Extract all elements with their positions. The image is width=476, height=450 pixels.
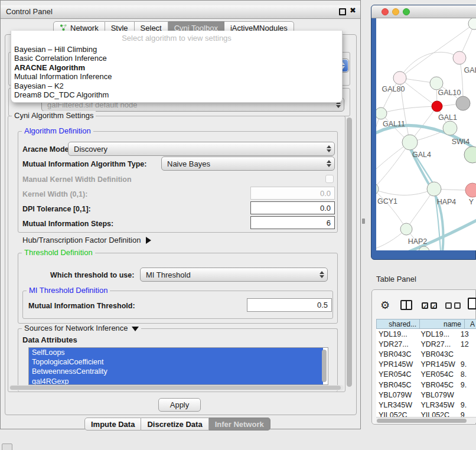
bottom-tab-impute-data[interactable]: Impute Data bbox=[84, 418, 141, 431]
unchecked-pair-icon[interactable] bbox=[445, 302, 461, 309]
algorithm-option[interactable]: Basic Correlation Inference bbox=[11, 54, 342, 63]
close-panel-icon[interactable]: ✖ bbox=[350, 6, 356, 15]
which-threshold-combo[interactable]: MI Threshold bbox=[140, 268, 328, 282]
network-node[interactable] bbox=[400, 223, 412, 235]
unchecked-box-icon bbox=[454, 302, 461, 309]
list-scrollbar-thumb[interactable] bbox=[322, 350, 327, 382]
table-cell: YDR27... bbox=[376, 340, 417, 348]
hub-definition-label: Hub/Transcription Factor Definition bbox=[22, 236, 141, 244]
table-row[interactable]: YIL052CYIL052C9 bbox=[376, 410, 476, 418]
popup-prompt: Select algorithm to view settings bbox=[11, 31, 342, 45]
float-panel-icon[interactable] bbox=[339, 8, 346, 15]
bottom-tab-discretize-data[interactable]: Discretize Data bbox=[141, 418, 208, 431]
network-node[interactable] bbox=[443, 121, 457, 135]
network-node[interactable] bbox=[453, 51, 466, 64]
algorithm-option[interactable]: Bayesian – Hill Climbing bbox=[11, 45, 342, 54]
screen: Control Panel ✖ NetworkStyleSelectCyni T… bbox=[0, 0, 476, 450]
network-edge bbox=[376, 142, 410, 189]
data-attribute-item[interactable]: BetweennessCentrality bbox=[29, 367, 323, 376]
network-node[interactable] bbox=[430, 77, 443, 90]
hub-definition-toggle[interactable]: Hub/Transcription Factor Definition bbox=[22, 236, 151, 245]
network-node[interactable] bbox=[468, 18, 476, 30]
network-node[interactable] bbox=[464, 146, 476, 163]
dpi-tolerance-field[interactable]: 0.0 bbox=[250, 201, 335, 214]
network-node[interactable] bbox=[465, 183, 476, 197]
data-attributes-list[interactable]: SelfLoopsTopologicalCoefficientBetweenne… bbox=[28, 347, 328, 385]
settings-vertical-scrollbar[interactable] bbox=[347, 118, 352, 387]
table-row[interactable]: YBR045CYBR045C9. bbox=[376, 380, 476, 390]
algorithm-option[interactable]: Mutual Information Inference bbox=[11, 72, 342, 81]
combo-arrows-icon[interactable] bbox=[317, 269, 327, 281]
table-cell: YBR043C bbox=[376, 350, 417, 358]
network-node-label: GAL10 bbox=[438, 89, 461, 97]
table-horizontal-scrollbar[interactable] bbox=[376, 417, 476, 423]
bottom-tab-infer-network[interactable]: Infer Network bbox=[209, 418, 270, 431]
table-header-cell[interactable]: A bbox=[465, 319, 476, 329]
aracne-mode-combo[interactable]: Discovery bbox=[68, 142, 335, 156]
minimize-window-icon[interactable] bbox=[392, 8, 399, 15]
arrow-down-icon[interactable] bbox=[132, 327, 139, 331]
table-row[interactable]: YER054CYER054C8. bbox=[376, 370, 476, 380]
manual-kernel-checkbox[interactable] bbox=[325, 175, 334, 183]
gear-icon[interactable]: ⚙ bbox=[380, 299, 390, 312]
network-canvas[interactable]: GALGAL80GAL10GAL1GAL11SWI4GAL4GCY1HAP4YH… bbox=[376, 18, 476, 250]
algorithm-option[interactable]: ARACNE Algorithm bbox=[11, 63, 342, 72]
data-attribute-item[interactable]: SelfLoops bbox=[29, 348, 323, 357]
mi-threshold-field[interactable]: 0.5 bbox=[247, 298, 332, 312]
mi-steps-field[interactable]: 6 bbox=[250, 216, 335, 229]
combo-arrows-icon[interactable] bbox=[324, 143, 334, 155]
network-node[interactable] bbox=[402, 135, 418, 150]
split-columns-icon[interactable] bbox=[400, 300, 412, 310]
collapsed-panel-icon[interactable] bbox=[2, 444, 12, 450]
kernel-width-field[interactable]: 0.0 bbox=[250, 187, 335, 200]
combo-arrows-icon[interactable] bbox=[324, 158, 334, 169]
network-node[interactable] bbox=[432, 101, 442, 112]
algorithm-option[interactable]: Bayesian – K2 bbox=[11, 81, 342, 90]
data-attributes-label: Data Attributes bbox=[22, 335, 77, 345]
data-attribute-item[interactable]: TopologicalCoefficient bbox=[29, 357, 323, 367]
table-row[interactable]: YLR345WYLR345W9. bbox=[376, 400, 476, 410]
splitter-handle[interactable] bbox=[362, 219, 365, 224]
network-node[interactable] bbox=[427, 182, 441, 196]
table-cell: YIL052C bbox=[417, 411, 459, 417]
zoom-window-icon[interactable] bbox=[403, 8, 410, 15]
table-cell: YPR145W bbox=[376, 360, 417, 369]
threshold-definition-title: Threshold Definition bbox=[22, 248, 95, 257]
table-cell: 12 bbox=[459, 340, 476, 348]
checked-pair-icon[interactable]: ✓ ✓ bbox=[422, 302, 437, 309]
algorithm-option[interactable]: Dream8 DC_TDC Algorithm bbox=[11, 90, 342, 99]
aracne-mode-value: Discovery bbox=[74, 145, 107, 154]
table-row[interactable]: YPR145WYPR145W9. bbox=[376, 360, 476, 370]
settings-horizontal-scrollbar[interactable] bbox=[9, 385, 344, 390]
table-header-cell[interactable]: name bbox=[420, 319, 465, 329]
table-row[interactable]: YDL19...YDL19...13 bbox=[376, 329, 476, 339]
manual-kernel-label: Manual Kernel Width Definition bbox=[22, 175, 132, 184]
network-node[interactable] bbox=[393, 71, 406, 84]
mi-type-combo[interactable]: Naive Bayes bbox=[161, 156, 335, 171]
control-panel-titlebar[interactable] bbox=[1, 5, 360, 19]
network-edge bbox=[376, 113, 381, 157]
close-window-icon[interactable] bbox=[382, 8, 389, 15]
hscroll-thumb[interactable] bbox=[10, 386, 341, 390]
new-page-icon[interactable] bbox=[468, 298, 476, 309]
table-cell: YBL079W bbox=[376, 391, 417, 399]
table-cell: YLR345W bbox=[417, 401, 459, 409]
apply-button[interactable]: Apply bbox=[158, 398, 201, 412]
network-node-label: GAL1 bbox=[438, 113, 457, 122]
table-cell: YIL052C bbox=[376, 411, 417, 417]
arrow-right-icon[interactable] bbox=[146, 237, 151, 244]
sources-group-title: Sources for Network Inference bbox=[22, 324, 141, 332]
data-attribute-item[interactable]: gal4RGexp bbox=[29, 377, 323, 385]
table-cell: YBR045C bbox=[417, 381, 459, 389]
table-row[interactable]: YBR043CYBR043C bbox=[376, 349, 476, 359]
table-row[interactable]: YDR27...YDR27...12 bbox=[376, 339, 476, 349]
table-cell: YBR043C bbox=[417, 350, 459, 358]
network-node[interactable] bbox=[376, 107, 387, 119]
network-node-label: GAL11 bbox=[383, 120, 405, 128]
table-row[interactable]: YBL079WYBL079W bbox=[376, 390, 476, 400]
network-node-label: HAP4 bbox=[437, 198, 457, 206]
table-hscroll-thumb[interactable] bbox=[377, 419, 467, 423]
table-header-cell[interactable]: shared... bbox=[376, 319, 420, 329]
network-node[interactable] bbox=[456, 96, 470, 110]
table-cell: YBL079W bbox=[417, 391, 459, 399]
